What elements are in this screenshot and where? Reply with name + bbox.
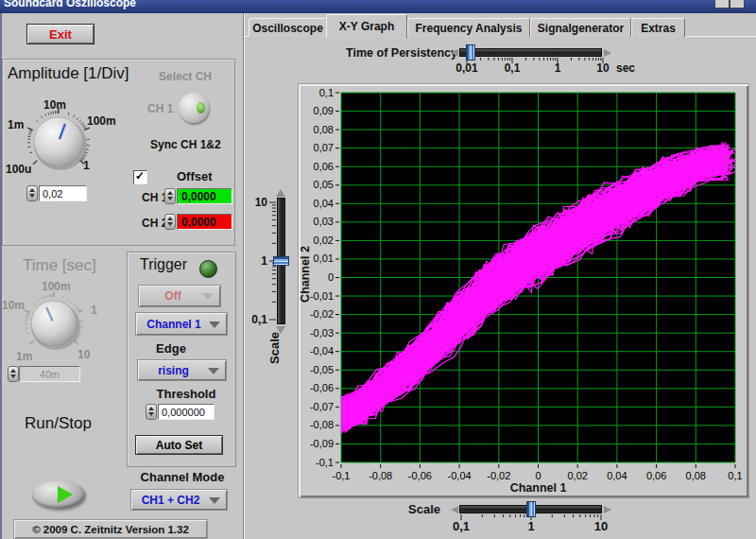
scale-y-label: Scale [267, 327, 281, 369]
panel-divider-highlight [244, 13, 245, 539]
tab-frequency-analysis[interactable]: Frequency Analysis [407, 18, 530, 37]
scale-y-tick-01: 0,1 [241, 313, 267, 326]
time-value-field[interactable]: 40m [19, 366, 80, 382]
x-tick-label: 0,04 [607, 470, 627, 481]
y-tick-label: -0,07 [310, 401, 334, 412]
minimize-button[interactable] [714, 0, 730, 9]
select-ch-label: Select CH [159, 70, 212, 83]
edge-value: rising [158, 364, 189, 377]
offset-ch1-spinner[interactable] [164, 188, 176, 204]
edge-label: Edge [133, 341, 209, 356]
scale-y-tick-10: 10 [241, 196, 267, 209]
x-tick-label: -0,1 [333, 470, 351, 481]
amplitude-knob[interactable] [23, 106, 94, 178]
scale-x-tick-1: 1 [512, 519, 550, 533]
offset-ch2-field[interactable]: 0,0000 [177, 214, 232, 230]
y-tick-label: 0,09 [314, 105, 334, 116]
time-title: Time [sec] [23, 256, 96, 275]
persistency-tick-01: 0,1 [493, 61, 531, 75]
persistency-decrease-arrow-icon[interactable] [451, 49, 458, 57]
copyright-box: © 2009 C. Zeitnitz Version 1.32 [13, 519, 208, 539]
chevron-down-icon [208, 368, 219, 374]
tab-signalgenerator[interactable]: Signalgenerator [530, 18, 631, 37]
y-tick-label: 0,01 [314, 252, 334, 264]
scale-y-tick-1: 1 [241, 254, 267, 268]
persistency-tick-1: 1 [539, 61, 576, 75]
trigger-source-value: Channel 1 [146, 318, 200, 331]
x-tick-label: -0,06 [408, 470, 432, 481]
y-tick-label: 0,03 [314, 216, 334, 227]
trigger-source-dropdown[interactable]: Channel 1 [135, 312, 228, 336]
amplitude-value-field[interactable]: 0,02 [39, 185, 87, 201]
amplitude-title: Amplitude [1/Div] [8, 64, 129, 83]
trigger-mode-value: Off [164, 289, 180, 303]
offset-ch2-spinner[interactable] [164, 214, 176, 230]
trigger-title: Trigger [140, 256, 187, 273]
auto-set-button[interactable]: Auto Set [135, 435, 223, 455]
tab-oscilloscope[interactable]: Oscilloscope [249, 18, 327, 37]
xy-graph-panel: -0,1-0,08-0,06-0,04-0,0200,020,040,060,0… [298, 83, 749, 498]
y-tick-label: 0,08 [314, 124, 334, 135]
y-tick-label: -0,1 [316, 457, 334, 468]
y-tick-label: -0,02 [310, 308, 334, 320]
persistency-label: Time of Persistency [346, 46, 457, 60]
y-tick-label: -0,08 [310, 419, 334, 430]
channel-mode-dropdown[interactable]: CH1 + CH2 [130, 489, 228, 511]
scale-x-increase-arrow-icon[interactable] [604, 506, 611, 513]
offset-ch1-field[interactable]: 0,0000 [177, 188, 232, 204]
sync-label: Sync CH 1&2 [150, 138, 221, 151]
title-bar: Soundcard Oszilloscope [0, 0, 756, 13]
x-tick-label: -0,08 [369, 470, 392, 481]
scale-y-slider-handle[interactable] [273, 256, 289, 266]
x-tick-label: 0 [535, 470, 541, 481]
run-stop-button[interactable] [32, 480, 85, 509]
tab-extras[interactable]: Extras [631, 18, 685, 37]
run-stop-label: Run/Stop [25, 414, 92, 433]
persistency-increase-arrow-icon[interactable] [604, 49, 611, 57]
amplitude-spinner[interactable] [26, 185, 38, 201]
scale-x-tick-10: 10 [582, 519, 620, 533]
tab-xy-graph[interactable]: X-Y Graph [326, 14, 407, 38]
window-title: Soundcard Oszilloscope [4, 0, 756, 9]
xy-plot: -0,1-0,08-0,06-0,04-0,0200,020,040,060,0… [299, 84, 748, 497]
exit-button[interactable]: Exit [26, 24, 94, 44]
y-tick-label: 0 [328, 271, 334, 283]
threshold-field[interactable]: 0,000000 [158, 404, 215, 420]
persistency-tick-001: 0,01 [448, 61, 486, 75]
scale-x-decrease-arrow-icon[interactable] [451, 506, 458, 513]
y-tick-label: -0,09 [310, 438, 334, 449]
time-knob[interactable] [20, 289, 88, 357]
chevron-down-icon [209, 497, 220, 504]
persistency-unit: sec [616, 61, 635, 75]
x-tick-label: 0,1 [728, 470, 742, 481]
chevron-down-icon [202, 293, 214, 300]
x-tick-label: -0,02 [487, 470, 510, 481]
play-icon [58, 486, 73, 503]
sync-checkbox[interactable]: ✓ [133, 170, 147, 184]
y-tick-label: 0,07 [314, 142, 334, 153]
x-axis-label: Channel 1 [341, 481, 735, 495]
channel-mode-label: Channel Mode [139, 470, 226, 484]
persistency-slider-handle[interactable] [466, 44, 475, 61]
persistency-slider-track[interactable] [459, 48, 602, 57]
trigger-mode-dropdown[interactable]: Off [138, 285, 221, 307]
select-ch-channel-label: CH 1 [147, 102, 173, 115]
threshold-label: Threshold [144, 387, 229, 401]
y-tick-label: -0,01 [310, 290, 334, 302]
y-tick-label: -0,06 [310, 382, 334, 393]
time-spinner[interactable] [8, 366, 19, 382]
maximize-button[interactable] [730, 0, 745, 9]
x-tick-label: 0,06 [646, 470, 666, 481]
edge-dropdown[interactable]: rising [137, 359, 227, 381]
scale-x-slider-handle[interactable] [526, 501, 536, 517]
threshold-spinner[interactable] [146, 404, 157, 420]
x-tick-label: -0,04 [448, 470, 472, 481]
scale-y-up-arrow-icon[interactable] [276, 189, 285, 197]
channel-mode-value: CH1 + CH2 [142, 494, 200, 507]
select-ch-button[interactable] [179, 93, 209, 123]
offset-label: Offset [177, 169, 213, 183]
x-tick-label: 0,08 [686, 470, 706, 481]
scale-x-tick-01: 0,1 [442, 519, 480, 533]
time-tick-1: 1 [91, 304, 97, 317]
y-tick-label: 0,06 [314, 161, 334, 172]
